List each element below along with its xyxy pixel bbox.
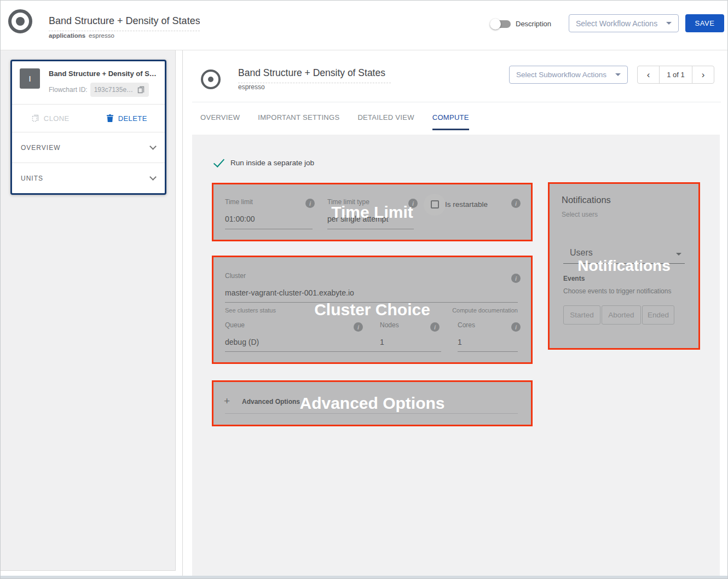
tab-detailed-view[interactable]: DETAILED VIEW — [357, 105, 414, 130]
workflow-title[interactable]: Band Structure + Density of States — [49, 15, 200, 31]
annotation-label: Time Limit — [331, 203, 413, 222]
units-section-label: UNITS — [21, 175, 43, 182]
toggle-thumb — [490, 19, 501, 30]
application-name: espresso — [89, 32, 114, 39]
workflow-header: Band Structure + Density of States appli… — [1, 1, 728, 50]
divider — [192, 102, 721, 102]
pager-next-button[interactable]: › — [692, 66, 714, 84]
subworkflow-icon — [201, 70, 221, 89]
chevron-down-icon — [149, 143, 157, 150]
annotation-box-cluster-choice: Cluster Choice — [212, 256, 533, 364]
description-toggle[interactable] — [491, 20, 511, 28]
flowchart-canvas[interactable]: I Band Structure + Density of S… Flowcha… — [1, 50, 176, 571]
annotation-box-notifications: Notifications — [548, 182, 700, 350]
save-button[interactable]: SAVE — [685, 14, 724, 32]
selected-unit-card[interactable]: I Band Structure + Density of S… Flowcha… — [10, 60, 166, 195]
caret-down-icon — [615, 73, 621, 76]
app-window: Band Structure + Density of States appli… — [0, 0, 728, 579]
checkmark-icon[interactable] — [213, 156, 224, 167]
unit-card-actions: CLONE DELETE — [12, 104, 165, 132]
annotation-box-advanced-options: Advanced Options — [212, 380, 533, 426]
tab-compute[interactable]: COMPUTE — [432, 105, 469, 130]
caret-down-icon — [666, 22, 672, 25]
subworkflow-application: espresso — [238, 83, 265, 91]
annotation-label: Notifications — [577, 257, 671, 275]
workflow-subtitle: applicationsespresso — [49, 32, 114, 39]
clone-label: CLONE — [44, 114, 70, 123]
trash-icon — [106, 114, 114, 123]
subworkflow-pager: ‹ 1 of 1 › — [637, 66, 714, 84]
tab-overview[interactable]: OVERVIEW — [200, 105, 240, 130]
unit-card-header: I Band Structure + Density of S… Flowcha… — [12, 61, 165, 104]
workflow-logo-icon — [8, 9, 32, 33]
pager-label: 1 of 1 — [659, 66, 692, 84]
annotation-box-time-limit: Time Limit — [212, 183, 533, 241]
clone-button[interactable]: CLONE — [12, 105, 89, 132]
tab-important-settings[interactable]: IMPORTANT SETTINGS — [258, 105, 339, 130]
flowchart-sidebar: I Band Structure + Density of S… Flowcha… — [1, 50, 183, 579]
overview-section-label: OVERVIEW — [21, 144, 60, 152]
subworkflow-tabs: OVERVIEW IMPORTANT SETTINGS DETAILED VIE… — [200, 105, 469, 130]
flowchart-id-label: Flowchart ID: — [49, 86, 88, 94]
copy-icon[interactable] — [137, 85, 145, 94]
delete-button[interactable]: DELETE — [89, 105, 165, 132]
window-bottom-edge — [1, 576, 728, 579]
delete-label: DELETE — [118, 114, 147, 123]
workflow-actions-select[interactable]: Select Workflow Actions — [569, 14, 679, 32]
workflow-actions-label: Select Workflow Actions — [576, 19, 657, 28]
unit-title: Band Structure + Density of S… — [49, 70, 157, 78]
flowchart-id-value: 193c7135e… — [94, 86, 133, 94]
clone-icon — [31, 114, 39, 123]
description-toggle-label: Description — [516, 20, 551, 28]
sidebar-section-units[interactable]: UNITS — [12, 163, 165, 193]
sidebar-section-overview[interactable]: OVERVIEW — [12, 132, 165, 163]
pager-prev-button[interactable]: ‹ — [637, 66, 660, 84]
chevron-down-icon — [149, 173, 157, 181]
subworkflow-actions-select[interactable]: Select Subworkflow Actions — [509, 66, 628, 84]
run-separate-job-label: Run inside a separate job — [230, 159, 314, 167]
subworkflow-title[interactable]: Band Structure + Density of States — [238, 67, 391, 83]
flowchart-id-chip[interactable]: 193c7135e… — [90, 83, 149, 97]
applications-label: applications — [49, 32, 85, 39]
annotation-label: Advanced Options — [299, 394, 444, 413]
annotation-label: Cluster Choice — [314, 300, 430, 319]
subworkflow-actions-label: Select Subworkflow Actions — [516, 71, 606, 79]
unit-avatar: I — [20, 68, 40, 89]
